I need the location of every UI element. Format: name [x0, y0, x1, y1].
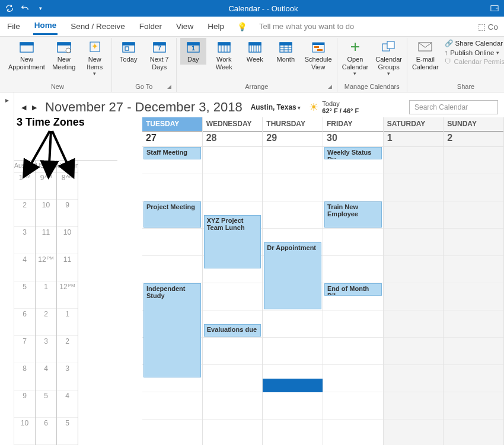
day-header[interactable]: TUESDAY — [142, 117, 202, 132]
tab-view[interactable]: View — [175, 20, 194, 33]
tell-me-input[interactable]: Tell me what you want to do — [259, 22, 354, 31]
chevron-right-icon: ▸ — [5, 96, 9, 104]
svg-rect-0 — [491, 5, 498, 11]
open-calendar-button[interactable]: Open Calendar — [341, 38, 370, 78]
appointment[interactable]: Evaluations due — [204, 324, 261, 337]
svg-point-5 — [66, 48, 71, 53]
day-col-sun[interactable]: SUNDAY 2 — [444, 117, 504, 445]
new-meeting-button[interactable]: New Meeting — [51, 38, 77, 72]
svg-rect-4 — [58, 43, 71, 45]
day-view-button[interactable]: 1 Day — [180, 38, 206, 65]
next-7-days-button[interactable]: 7 Next 7 Days — [146, 38, 173, 72]
new-appointment-button[interactable]: New Appointment — [7, 38, 46, 72]
selected-time-slot[interactable] — [263, 379, 323, 392]
appointment[interactable]: Independent Study — [143, 283, 201, 377]
day-col-wed[interactable]: WEDNESDAY 28 XYZ Project Team LunchEvalu… — [203, 117, 263, 445]
location-button[interactable]: Austin, Texas — [251, 103, 301, 111]
svg-text:1: 1 — [192, 45, 195, 52]
timezone-3: US Cen — [57, 161, 78, 172]
month-icon — [277, 39, 295, 55]
svg-rect-25 — [314, 46, 319, 48]
work-week-button[interactable]: Work Week — [211, 38, 237, 72]
day-col-thu[interactable]: THURSDAY 29 Dr Appointment — [263, 117, 323, 445]
svg-rect-22 — [280, 43, 292, 45]
appointment[interactable]: Dr Appointment — [264, 242, 321, 309]
tab-home[interactable]: Home — [33, 18, 58, 35]
qa-dropdown-icon[interactable]: ▾ — [36, 4, 45, 13]
weather-widget[interactable]: ☀ Today 62° F / 46° F — [309, 100, 359, 114]
appointment[interactable]: Train New Employee — [324, 201, 382, 228]
tab-help[interactable]: Help — [206, 20, 225, 33]
prev-week-button[interactable]: ◀ — [21, 104, 26, 111]
nav-pane-collapsed[interactable]: ▸ — [0, 92, 14, 445]
appointment[interactable]: Staff Meeting — [143, 147, 201, 159]
day-date: 27 — [142, 132, 202, 147]
month-button[interactable]: Month — [273, 38, 299, 65]
svg-rect-10 — [125, 47, 129, 50]
dialog-launcher-icon[interactable]: ◢ — [328, 84, 332, 89]
svg-rect-20 — [249, 43, 261, 45]
calendar-groups-button[interactable]: Calendar Groups — [374, 38, 403, 78]
day-col-tue[interactable]: TUESDAY 27 Staff MeetingProject MeetingI… — [142, 117, 203, 445]
svg-rect-18 — [218, 43, 230, 45]
new-items-icon: ✦ — [86, 39, 104, 55]
today-button[interactable]: Today — [116, 38, 142, 65]
week-button[interactable]: Week — [242, 38, 268, 65]
lightbulb-icon: 💡 — [237, 22, 247, 31]
svg-rect-28 — [387, 41, 394, 49]
timezone-1: Australi — [14, 161, 35, 172]
calendar-icon — [18, 39, 36, 55]
new-items-button[interactable]: ✦ New Items — [82, 38, 108, 78]
week-icon — [246, 39, 264, 55]
publish-icon: ↑ — [445, 49, 448, 56]
day-icon: 1 — [184, 39, 202, 55]
tab-send-receive[interactable]: Send / Receive — [69, 20, 126, 33]
svg-rect-2 — [20, 43, 33, 45]
day-col-fri[interactable]: FRIDAY 30 Weekly Status DuTrain New Empl… — [323, 117, 384, 445]
tab-file[interactable]: File — [6, 20, 21, 33]
timezone-2: US East — [36, 161, 56, 172]
coauthoring-icon[interactable]: ⬚ Co — [478, 22, 498, 31]
ribbon-display-icon[interactable] — [490, 4, 499, 13]
schedule-icon — [310, 39, 327, 55]
email-icon — [416, 39, 434, 55]
group-label-share: Share — [411, 82, 504, 92]
dialog-launcher-icon[interactable]: ◢ — [167, 84, 171, 89]
appointment[interactable]: Project Meeting — [143, 201, 201, 228]
appointment[interactable]: Weekly Status Du — [324, 147, 382, 159]
next-week-button[interactable]: ▶ — [32, 104, 37, 111]
publish-online-button[interactable]: ↑Publish Online — [445, 49, 504, 56]
appointment[interactable]: End of Month Bil — [324, 283, 382, 296]
ribbon: New Appointment New Meeting ✦ New Items … — [0, 37, 504, 92]
undo-icon[interactable] — [20, 4, 30, 13]
day-col-sat[interactable]: SATURDAY 1 — [384, 117, 444, 445]
date-range-label: November 27 - December 3, 2018 — [45, 100, 243, 115]
plus-icon — [346, 39, 364, 55]
appointment[interactable]: XYZ Project Team Lunch — [204, 215, 261, 268]
share-calendar-button[interactable]: 🔗Share Calendar — [445, 39, 504, 47]
calendar-permissions-button: ⛉Calendar Permissions — [445, 58, 504, 65]
share-icon: 🔗 — [445, 39, 453, 47]
email-calendar-button[interactable]: E-mail Calendar — [411, 38, 440, 72]
svg-rect-24 — [312, 43, 324, 45]
group-label-arrange: Arrange◢ — [180, 82, 333, 92]
svg-text:✦: ✦ — [91, 41, 98, 51]
title-bar: ▾ Calendar - - Outlook — [0, 0, 504, 17]
group-label-manage: Manage Calendars — [341, 82, 403, 92]
schedule-view-button[interactable]: Schedule View — [304, 38, 333, 72]
sun-icon: ☀ — [309, 101, 318, 114]
search-calendar-input[interactable]: Search Calendar — [409, 100, 498, 114]
today-icon — [120, 39, 138, 55]
window-title: Calendar - - Outlook — [45, 4, 481, 13]
calendar-people-icon — [55, 39, 73, 55]
permissions-icon: ⛉ — [445, 58, 452, 65]
ribbon-tabs: File Home Send / Receive Folder View Hel… — [0, 17, 504, 37]
tab-folder[interactable]: Folder — [138, 20, 163, 33]
calendar-groups-icon — [380, 39, 398, 55]
sync-icon[interactable] — [5, 4, 14, 13]
workweek-icon — [215, 39, 233, 55]
svg-rect-9 — [123, 43, 135, 45]
svg-rect-26 — [317, 49, 323, 51]
svg-text:7: 7 — [158, 45, 161, 52]
next7-icon: 7 — [151, 39, 168, 55]
